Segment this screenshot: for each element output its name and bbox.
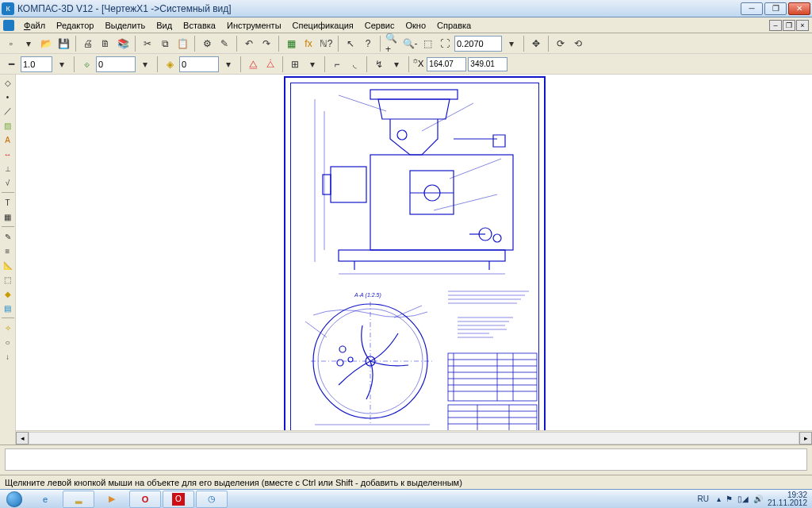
taskbar-wmp-icon[interactable]: ▶ bbox=[96, 491, 128, 508]
text-tool-icon[interactable]: T bbox=[2, 196, 14, 209]
menu-service[interactable]: Сервис bbox=[360, 19, 400, 32]
cursor-button[interactable]: ↖ bbox=[343, 36, 358, 52]
taskbar-explorer-icon[interactable]: ▂ bbox=[63, 491, 94, 508]
library-button[interactable]: 📚 bbox=[115, 36, 131, 52]
refresh-button[interactable]: ⟳ bbox=[553, 36, 569, 52]
rough-icon[interactable]: √ bbox=[2, 176, 14, 189]
new-button[interactable]: ▫ bbox=[3, 36, 19, 52]
whatsthis-button[interactable]: ℕ? bbox=[318, 36, 334, 52]
menu-select[interactable]: Выделить bbox=[100, 19, 150, 32]
taskbar-app2-icon[interactable]: О bbox=[163, 491, 194, 508]
geometry-tab-icon[interactable]: ◇ bbox=[2, 76, 14, 89]
dimension-icon[interactable]: ↔ bbox=[2, 148, 14, 160]
redraw-button[interactable]: ⟲ bbox=[570, 36, 586, 52]
grid-button[interactable]: ⊞ bbox=[287, 56, 303, 72]
local-cs-button[interactable]: ↯ bbox=[371, 56, 387, 72]
scroll-track[interactable] bbox=[29, 432, 799, 444]
table-icon[interactable]: ▦ bbox=[2, 210, 14, 223]
zoom-window-button[interactable]: ⬚ bbox=[419, 36, 435, 52]
drawing-canvas[interactable]: А-А (1:2.5) bbox=[16, 75, 812, 430]
layer-dropdown-icon[interactable]: ▾ bbox=[220, 56, 236, 72]
menu-spec[interactable]: Спецификация bbox=[288, 19, 358, 32]
scroll-right-button[interactable]: ▸ bbox=[799, 432, 812, 444]
layer-combo[interactable] bbox=[179, 56, 219, 72]
aux-line-icon[interactable]: ✧ bbox=[2, 321, 14, 334]
layer-icon[interactable]: ◈ bbox=[162, 56, 178, 72]
menu-file[interactable]: Файл bbox=[19, 19, 50, 32]
step-dropdown-icon[interactable]: ▾ bbox=[137, 56, 153, 72]
coord-y-field[interactable]: 349.01 bbox=[468, 57, 508, 71]
mdi-minimize-button[interactable]: – bbox=[769, 20, 782, 31]
help-button[interactable]: ? bbox=[360, 36, 376, 52]
menu-tools[interactable]: Инструменты bbox=[222, 19, 286, 32]
cut-button[interactable]: ✂ bbox=[140, 36, 155, 52]
zoom-combo[interactable] bbox=[454, 36, 502, 52]
point-icon[interactable]: • bbox=[2, 90, 14, 103]
linestyle-icon[interactable]: ━ bbox=[3, 56, 19, 72]
taskbar-ie-icon[interactable]: e bbox=[29, 491, 61, 508]
properties-button[interactable]: ⚙ bbox=[199, 36, 215, 52]
aux-circle-icon[interactable]: ○ bbox=[2, 336, 14, 348]
move-down-icon[interactable]: ↓ bbox=[2, 350, 14, 363]
ortho-button[interactable]: ⌐ bbox=[329, 56, 345, 72]
snap-toggle-button[interactable]: ⧋ bbox=[245, 56, 261, 72]
tray-volume-icon[interactable]: 🔊 bbox=[753, 495, 763, 503]
property-panel-content[interactable] bbox=[5, 448, 807, 471]
minimize-button[interactable]: ─ bbox=[741, 2, 763, 15]
grid-dropdown-icon[interactable]: ▾ bbox=[304, 56, 320, 72]
round-button[interactable]: ◟ bbox=[347, 56, 362, 72]
new-dropdown-icon[interactable]: ▾ bbox=[21, 36, 36, 52]
line-icon[interactable]: ／ bbox=[2, 105, 14, 117]
step-icon[interactable]: ⟐ bbox=[79, 56, 94, 72]
mdi-close-button[interactable]: × bbox=[796, 20, 809, 31]
local-cs-dropdown-icon[interactable]: ▾ bbox=[389, 56, 404, 72]
zoom-fit-button[interactable]: ⛶ bbox=[437, 36, 453, 52]
measure-icon[interactable]: 📐 bbox=[2, 259, 14, 271]
menu-editor[interactable]: Редактор bbox=[52, 19, 98, 32]
zoom-in-button[interactable]: 🔍+ bbox=[385, 36, 400, 52]
manager-button[interactable]: ▦ bbox=[283, 36, 299, 52]
language-indicator[interactable]: RU bbox=[694, 493, 711, 505]
spec-tab-icon[interactable]: ◆ bbox=[2, 287, 14, 300]
text-edit-icon[interactable]: A bbox=[2, 133, 14, 146]
scale-combo[interactable] bbox=[21, 56, 52, 72]
save-button[interactable]: 💾 bbox=[56, 36, 71, 52]
zoom-out-button[interactable]: 🔍- bbox=[402, 36, 418, 52]
menu-insert[interactable]: Вставка bbox=[178, 19, 220, 32]
start-button[interactable] bbox=[0, 490, 29, 509]
tray-flag-icon[interactable]: ⚑ bbox=[726, 495, 733, 503]
zoom-dropdown-icon[interactable]: ▾ bbox=[504, 36, 519, 52]
edit-icon[interactable]: ✎ bbox=[2, 230, 14, 243]
taskbar-kompas-icon[interactable]: ◷ bbox=[196, 491, 228, 508]
scale-dropdown-icon[interactable]: ▾ bbox=[54, 56, 70, 72]
copy-button[interactable]: ⧉ bbox=[157, 36, 173, 52]
menu-window[interactable]: Окно bbox=[400, 19, 431, 32]
scroll-left-button[interactable]: ◂ bbox=[16, 432, 29, 444]
tray-network-icon[interactable]: ▯◢ bbox=[737, 495, 749, 503]
horizontal-scrollbar[interactable]: ◂ ▸ bbox=[16, 430, 812, 444]
snap-settings-button[interactable]: ⧊ bbox=[262, 56, 278, 72]
open-button[interactable]: 📂 bbox=[38, 36, 54, 52]
designation-icon[interactable]: ⟂ bbox=[2, 162, 14, 175]
select-tab-icon[interactable]: ⬚ bbox=[2, 273, 14, 286]
close-button[interactable]: ✕ bbox=[788, 2, 810, 15]
step-combo[interactable] bbox=[96, 56, 136, 72]
mdi-restore-button[interactable]: ❐ bbox=[783, 20, 795, 31]
maximize-button[interactable]: ❐ bbox=[764, 2, 787, 15]
pan-button[interactable]: ✥ bbox=[528, 36, 544, 52]
menu-view[interactable]: Вид bbox=[151, 19, 177, 32]
param-icon[interactable]: ≡ bbox=[2, 244, 14, 257]
taskbar-opera-icon[interactable]: O bbox=[129, 491, 161, 508]
tray-clock[interactable]: 19:32 21.11.2012 bbox=[768, 491, 807, 507]
preview-button[interactable]: 🗎 bbox=[98, 36, 113, 52]
reports-icon[interactable]: ▤ bbox=[2, 302, 14, 314]
print-button[interactable]: 🖨 bbox=[80, 36, 96, 52]
coord-x-field[interactable]: 164.07 bbox=[427, 57, 466, 71]
menu-help[interactable]: Справка bbox=[432, 19, 476, 32]
copy-props-button[interactable]: ✎ bbox=[216, 36, 232, 52]
undo-button[interactable]: ↶ bbox=[241, 36, 257, 52]
hatch-icon[interactable]: ▨ bbox=[2, 119, 14, 132]
redo-button[interactable]: ↷ bbox=[259, 36, 274, 52]
tray-up-icon[interactable]: ▴ bbox=[717, 495, 721, 503]
paste-button[interactable]: 📋 bbox=[174, 36, 190, 52]
